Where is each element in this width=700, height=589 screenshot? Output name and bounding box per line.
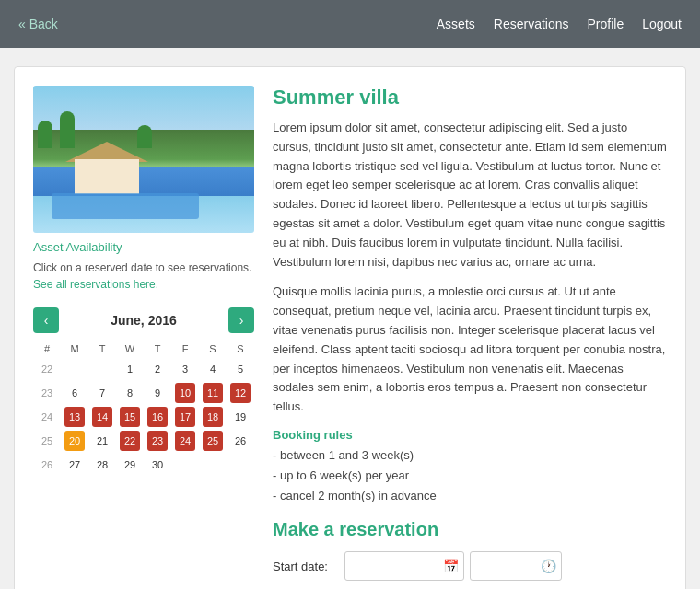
- reservations-nav-link[interactable]: Reservations: [494, 0, 569, 48]
- calendar: ‹ June, 2016 › # M T W T F S: [33, 307, 254, 477]
- right-column: Summer villa Lorem ipsum dolor sit amet,…: [273, 86, 667, 589]
- page-content: Asset Availability Click on a reserved d…: [14, 66, 686, 589]
- col-wed: W: [116, 341, 144, 357]
- calendar-day[interactable]: 22: [116, 429, 144, 453]
- calendar-day[interactable]: 10: [171, 381, 199, 405]
- calendar-day[interactable]: 3: [171, 357, 199, 381]
- calendar-day-empty: [227, 453, 254, 477]
- calendar-day[interactable]: 27: [61, 453, 88, 477]
- week-number: 25: [33, 429, 61, 453]
- week-number: 23: [33, 381, 61, 405]
- start-date-row: Start date: 📅 🕐: [273, 551, 667, 581]
- calendar-next-button[interactable]: ›: [228, 307, 254, 333]
- navbar: Back Assets Reservations Profile Logout: [0, 0, 700, 48]
- calendar-day[interactable]: 29: [116, 453, 144, 477]
- calendar-day[interactable]: 16: [144, 405, 171, 429]
- navbar-left: Back: [18, 17, 58, 31]
- calendar-day[interactable]: 5: [227, 357, 254, 381]
- calendar-day-empty: [199, 453, 227, 477]
- calendar-day[interactable]: 14: [88, 405, 116, 429]
- week-number: 24: [33, 405, 61, 429]
- calendar-day[interactable]: 13: [61, 405, 88, 429]
- assets-nav-link[interactable]: Assets: [437, 0, 475, 48]
- start-time-input[interactable]: [470, 551, 562, 581]
- calendar-day[interactable]: 9: [144, 381, 171, 405]
- calendar-day[interactable]: 20: [61, 429, 88, 453]
- calendar-day[interactable]: 26: [227, 429, 254, 453]
- calendar-day[interactable]: 8: [116, 381, 144, 405]
- calendar-day[interactable]: 19: [227, 405, 254, 429]
- booking-rules-title: Booking rules: [273, 428, 667, 442]
- villa-desc-2: Quisque mollis lacinia purus, a molestie…: [273, 283, 667, 417]
- start-date-picker-wrap: 📅: [344, 551, 464, 581]
- col-mon: M: [61, 341, 88, 357]
- calendar-week-row: 2212345: [33, 357, 254, 381]
- col-tue: T: [88, 341, 116, 357]
- calendar-day: [61, 357, 88, 381]
- col-thu: T: [144, 341, 171, 357]
- calendar-day[interactable]: 28: [88, 453, 116, 477]
- left-column: Asset Availability Click on a reserved d…: [33, 86, 254, 589]
- start-date-label: Start date:: [273, 560, 337, 573]
- booking-rule-3: - cancel 2 month(s) in advance: [273, 486, 667, 506]
- week-number: 22: [33, 357, 61, 381]
- profile-nav-link[interactable]: Profile: [587, 0, 624, 48]
- calendar-week-row: 2520212223242526: [33, 429, 254, 453]
- calendar-day[interactable]: 1: [116, 357, 144, 381]
- asset-availability-link[interactable]: Asset Availability: [33, 240, 254, 254]
- booking-rules: - between 1 and 3 week(s) - up to 6 week…: [273, 445, 667, 506]
- back-link[interactable]: Back: [18, 17, 58, 31]
- booking-rule-2: - up to 6 week(s) per year: [273, 466, 667, 486]
- villa-image: [33, 86, 254, 233]
- see-all-link[interactable]: See all reservations here.: [33, 278, 158, 291]
- col-sat: S: [199, 341, 227, 357]
- calendar-day[interactable]: 23: [144, 429, 171, 453]
- calendar-day[interactable]: 7: [88, 381, 116, 405]
- calendar-header-row: # M T W T F S S: [33, 341, 254, 357]
- click-info-text: Click on a reserved date to see reservat…: [33, 260, 254, 293]
- start-date-inputs: 📅 🕐: [344, 551, 562, 581]
- house-illustration: [65, 144, 148, 194]
- calendar-day[interactable]: 25: [199, 429, 227, 453]
- calendar-title: June, 2016: [111, 313, 177, 328]
- villa-title: Summer villa: [273, 86, 667, 110]
- calendar-table: # M T W T F S S 221234523678910111224131…: [33, 341, 254, 477]
- pool-illustration: [52, 193, 199, 219]
- calendar-header: ‹ June, 2016 ›: [33, 307, 254, 333]
- villa-desc-1: Lorem ipsum dolor sit amet, consectetur …: [273, 119, 667, 271]
- week-number: 26: [33, 453, 61, 477]
- calendar-day[interactable]: 11: [199, 381, 227, 405]
- calendar-day[interactable]: 15: [116, 405, 144, 429]
- calendar-week-row: 236789101112: [33, 381, 254, 405]
- calendar-prev-button[interactable]: ‹: [33, 307, 59, 333]
- logout-nav-link[interactable]: Logout: [642, 0, 682, 48]
- calendar-day[interactable]: 2: [144, 357, 171, 381]
- calendar-day[interactable]: 30: [144, 453, 171, 477]
- calendar-week-row: 2627282930: [33, 453, 254, 477]
- calendar-day[interactable]: 4: [199, 357, 227, 381]
- calendar-day: [171, 453, 199, 477]
- calendar-day[interactable]: 21: [88, 429, 116, 453]
- calendar-week-row: 2413141516171819: [33, 405, 254, 429]
- top-section: Asset Availability Click on a reserved d…: [33, 86, 667, 589]
- booking-rule-1: - between 1 and 3 week(s): [273, 445, 667, 466]
- navbar-right: Assets Reservations Profile Logout: [437, 0, 682, 48]
- calendar-day[interactable]: 6: [61, 381, 88, 405]
- col-fri: F: [171, 341, 199, 357]
- calendar-day[interactable]: 24: [171, 429, 199, 453]
- calendar-day[interactable]: 17: [171, 405, 199, 429]
- calendar-day[interactable]: 12: [227, 381, 254, 405]
- calendar-day[interactable]: 18: [199, 405, 227, 429]
- start-date-input[interactable]: [344, 551, 464, 581]
- col-sun: S: [227, 341, 254, 357]
- col-week: #: [33, 341, 61, 357]
- calendar-day: [88, 357, 116, 381]
- reservation-section-title: Make a reservation: [273, 519, 667, 540]
- start-time-picker-wrap: 🕐: [470, 551, 562, 581]
